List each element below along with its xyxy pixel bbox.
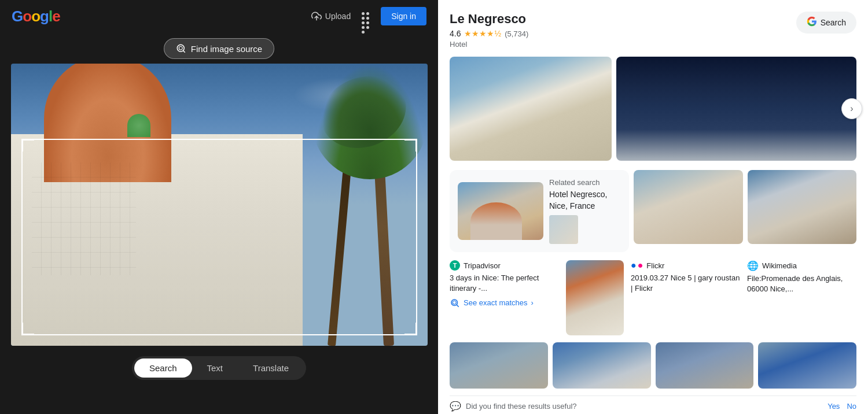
left-panel: Google Upload Sign in [0, 0, 438, 414]
svg-point-1 [177, 45, 184, 51]
bottom-images-row [450, 342, 856, 389]
flickr-source: ● ● Flickr 2019.03.27 Nice 5 | gary rous… [631, 260, 740, 335]
wikimedia-source: 🌐 Wikimedia File:Promenade des Anglais, … [747, 260, 856, 335]
wikimedia-title[interactable]: File:Promenade des Anglais, 06000 Nice,.… [747, 273, 856, 294]
related-small-img [549, 215, 578, 244]
tripadvisor-source: T Tripadvisor 3 days in Nice: The perfec… [450, 260, 559, 335]
upload-label: Upload [325, 12, 351, 21]
review-count: (5,734) [505, 29, 528, 38]
rating-row: 4.6 ★★★★½ (5,734) [450, 29, 528, 38]
small-images-group [634, 170, 856, 252]
wikimedia-icon: 🌐 [747, 260, 759, 271]
google-icon [807, 16, 817, 27]
lens-search-icon [450, 298, 460, 308]
svg-point-4 [451, 300, 458, 306]
star-rating: ★★★★½ [464, 29, 501, 38]
center-source-image[interactable] [566, 260, 624, 335]
hotel-info: Le Negresco 4.6 ★★★★½ (5,734) Hotel [450, 12, 528, 49]
apps-icon[interactable] [360, 10, 372, 22]
small-image-2[interactable] [748, 170, 857, 244]
search-tab[interactable]: Search [134, 358, 192, 378]
svg-line-2 [183, 50, 185, 52]
lens-icon [176, 43, 186, 54]
hotel-type: Hotel [450, 40, 528, 49]
bottom-image-2[interactable] [553, 342, 651, 389]
feedback-question-area: 💬 Did you find these results useful? [450, 401, 577, 412]
hotel-name: Le Negresco [450, 12, 528, 27]
tripadvisor-header: T Tripadvisor [450, 260, 559, 271]
bottom-image-4[interactable] [758, 342, 856, 389]
hotel-day-placeholder [450, 57, 612, 161]
upload-icon [311, 11, 322, 21]
flickr-dot1-icon: ● [631, 260, 637, 271]
tripadvisor-icon: T [450, 260, 460, 271]
bottom-image-1[interactable] [450, 342, 548, 389]
main-images-row: › [450, 57, 856, 161]
find-image-label: Find image source [191, 44, 262, 54]
text-tab[interactable]: Text [192, 358, 238, 378]
small-image-1[interactable] [634, 170, 743, 244]
search-label: Search [821, 18, 846, 27]
tripadvisor-name: Tripadvisor [464, 261, 501, 270]
see-exact-matches-link[interactable]: See exact matches [464, 298, 528, 307]
related-thumb [458, 182, 543, 240]
svg-point-3 [179, 46, 182, 50]
translate-tab[interactable]: Translate [238, 358, 304, 378]
related-search-label: Related search [549, 178, 621, 187]
svg-line-6 [457, 305, 458, 306]
related-info: Related search Hotel Negresco, Nice, Fra… [549, 178, 621, 244]
hotel-image-day[interactable] [450, 57, 612, 161]
upload-button[interactable]: Upload [311, 11, 351, 21]
related-hotel-name: Hotel Negresco, Nice, France [549, 189, 621, 212]
related-search-card[interactable]: Related search Hotel Negresco, Nice, Fra… [450, 170, 629, 252]
related-search-section: Related search Hotel Negresco, Nice, Fra… [450, 170, 856, 252]
bottom-tabs: Search Text Translate [132, 356, 306, 380]
tripadvisor-title[interactable]: 3 days in Nice: The perfect itinerary -.… [450, 273, 559, 294]
find-image-source-button[interactable]: Find image source [164, 38, 274, 59]
feedback-row: 💬 Did you find these results useful? Yes… [450, 395, 856, 414]
flickr-header: ● ● Flickr [631, 260, 740, 271]
top-bar: Google Upload Sign in [0, 0, 438, 32]
feedback-speech-icon: 💬 [450, 401, 461, 412]
image-display-area [11, 64, 428, 346]
results-header: Le Negresco 4.6 ★★★★½ (5,734) Hotel Sear… [450, 12, 856, 49]
flickr-title[interactable]: 2019.03.27 Nice 5 | gary roustan | Flick… [631, 273, 740, 294]
hotel-image-night[interactable] [616, 57, 856, 161]
next-images-button[interactable]: › [841, 98, 862, 119]
bottom-image-3[interactable] [656, 342, 754, 389]
see-exact-arrow-icon: › [531, 298, 534, 307]
wikimedia-name: Wikimedia [762, 261, 797, 270]
svg-point-5 [453, 301, 456, 304]
hotel-night-placeholder [616, 57, 856, 161]
google-logo: Google [12, 8, 60, 25]
google-search-button[interactable]: Search [796, 12, 856, 34]
sign-in-button[interactable]: Sign in [381, 7, 426, 25]
sources-section: T Tripadvisor 3 days in Nice: The perfec… [450, 260, 856, 335]
top-bar-right: Upload Sign in [311, 7, 426, 25]
wikimedia-header: 🌐 Wikimedia [747, 260, 856, 271]
google-g-letter [807, 16, 817, 29]
feedback-question: Did you find these results useful? [466, 402, 577, 411]
rating-number: 4.6 [450, 29, 461, 38]
flickr-dot2-icon: ● [638, 260, 643, 271]
flickr-name: Flickr [646, 261, 664, 270]
see-exact-row: See exact matches › [450, 298, 559, 308]
feedback-no-button[interactable]: No [847, 402, 856, 411]
feedback-buttons: Yes No [827, 402, 856, 411]
right-panel: Le Negresco 4.6 ★★★★½ (5,734) Hotel Sear… [438, 0, 868, 414]
feedback-yes-button[interactable]: Yes [827, 402, 840, 411]
